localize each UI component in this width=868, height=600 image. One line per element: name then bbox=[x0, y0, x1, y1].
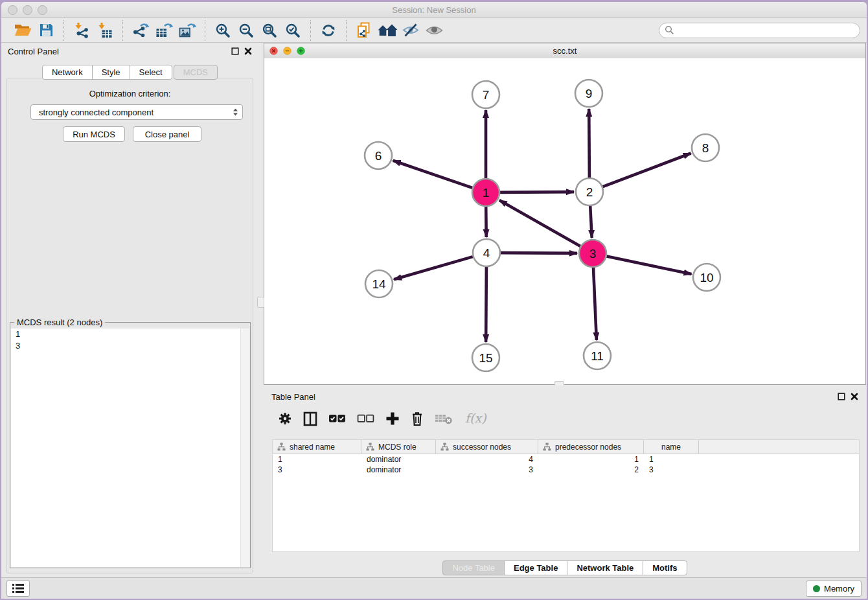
tab-network-table[interactable]: Network Table bbox=[567, 560, 643, 575]
column-header-predecessor-nodes[interactable]: predecessor nodes bbox=[538, 440, 644, 454]
graph-node-9[interactable]: 9 bbox=[575, 80, 602, 107]
table-cell[interactable]: 3 bbox=[644, 465, 699, 474]
split-view-icon bbox=[303, 411, 317, 426]
memory-button[interactable]: Memory bbox=[806, 581, 862, 597]
network-window-titlebar[interactable]: scc.txt bbox=[264, 43, 865, 59]
export-network-button[interactable] bbox=[129, 20, 152, 41]
graph-edge-4-14[interactable] bbox=[394, 257, 473, 279]
graph-edge-2-8[interactable] bbox=[603, 154, 691, 187]
mcds-result-node[interactable]: 3 bbox=[11, 340, 249, 352]
graph-edge-4-3[interactable] bbox=[501, 253, 577, 253]
close-window-button[interactable] bbox=[8, 5, 17, 15]
export-image-button[interactable] bbox=[176, 20, 199, 41]
table-cell[interactable]: 1 bbox=[538, 455, 644, 464]
hide-details-button[interactable] bbox=[399, 20, 422, 41]
zoom-fit-button[interactable] bbox=[258, 20, 281, 41]
table-cell[interactable]: 1 bbox=[644, 455, 699, 464]
graph-edge-3-10[interactable] bbox=[607, 257, 692, 275]
close-panel-button[interactable]: Close panel bbox=[133, 126, 201, 142]
graph-node-8[interactable]: 8 bbox=[692, 134, 719, 161]
graph-node-11[interactable]: 11 bbox=[584, 342, 611, 369]
refresh-view-icon bbox=[321, 23, 336, 38]
clone-network-button[interactable] bbox=[352, 20, 376, 41]
search-input[interactable] bbox=[678, 25, 854, 36]
column-header-successor-nodes[interactable]: successor nodes bbox=[436, 440, 538, 454]
graph-node-3[interactable]: 3 bbox=[579, 240, 606, 267]
column-header-shared-name[interactable]: shared name bbox=[273, 440, 361, 454]
table-cell[interactable]: 4 bbox=[436, 455, 538, 464]
mcds-result-list[interactable]: 13 bbox=[11, 329, 249, 567]
result-scrollbar[interactable] bbox=[240, 329, 249, 567]
run-mcds-button[interactable]: Run MCDS bbox=[63, 126, 125, 142]
network-maximize-icon[interactable] bbox=[297, 47, 305, 55]
table-cell[interactable]: dominator bbox=[361, 465, 436, 474]
zoom-in-button[interactable] bbox=[211, 20, 234, 41]
criterion-dropdown[interactable]: strongly connected component bbox=[30, 104, 243, 120]
table-row[interactable]: 1dominator411 bbox=[273, 454, 859, 465]
graph-edge-3-1[interactable] bbox=[499, 200, 580, 246]
select-all-checkboxes-button[interactable] bbox=[328, 414, 346, 423]
zoom-out-button[interactable] bbox=[234, 20, 258, 41]
table-cell[interactable]: 1 bbox=[273, 455, 361, 464]
tab-motifs[interactable]: Motifs bbox=[643, 560, 687, 575]
graph-node-14[interactable]: 14 bbox=[365, 270, 393, 297]
mcds-result-node[interactable]: 1 bbox=[11, 329, 249, 340]
tab-style[interactable]: Style bbox=[92, 65, 130, 80]
graph-edge-2-3[interactable] bbox=[590, 206, 592, 238]
network-canvas[interactable]: 7968124314101511 bbox=[264, 58, 865, 384]
float-table-panel-icon[interactable] bbox=[838, 393, 845, 400]
column-header-name[interactable]: name bbox=[644, 440, 699, 454]
tab-network[interactable]: Network bbox=[42, 65, 93, 80]
home-icon bbox=[378, 23, 398, 38]
tab-edge-table[interactable]: Edge Table bbox=[504, 560, 567, 575]
float-panel-icon[interactable] bbox=[231, 47, 239, 55]
task-history-button[interactable] bbox=[6, 580, 30, 597]
close-panel-icon[interactable] bbox=[244, 47, 252, 55]
table-cell[interactable]: 3 bbox=[436, 465, 538, 474]
graph-node-2[interactable]: 2 bbox=[576, 178, 603, 205]
maximize-window-button[interactable] bbox=[38, 5, 47, 15]
import-table-button[interactable] bbox=[93, 20, 117, 41]
split-view-button[interactable] bbox=[303, 411, 317, 426]
table-cell[interactable]: dominator bbox=[361, 455, 436, 464]
network-minimize-icon[interactable] bbox=[283, 47, 291, 55]
graph-edge-1-2[interactable] bbox=[500, 192, 574, 192]
gear-icon bbox=[278, 411, 292, 426]
column-header-MCDS-role[interactable]: MCDS role bbox=[361, 440, 436, 454]
table-row[interactable]: 3dominator323 bbox=[273, 465, 859, 475]
save-session-button[interactable] bbox=[34, 20, 58, 41]
zoom-selected-button[interactable] bbox=[281, 20, 304, 41]
graph-edge-1-4[interactable] bbox=[486, 207, 486, 237]
delete-column-button[interactable] bbox=[411, 411, 424, 426]
table-cell[interactable]: 2 bbox=[538, 465, 644, 474]
show-details-button[interactable] bbox=[422, 20, 446, 41]
import-network-button[interactable] bbox=[70, 20, 93, 41]
graph-edge-4-15[interactable] bbox=[486, 267, 486, 342]
graph-edge-2-9[interactable] bbox=[589, 109, 589, 178]
graph-node-15[interactable]: 15 bbox=[472, 344, 499, 371]
tab-node-table[interactable]: Node Table bbox=[442, 560, 505, 575]
tab-select[interactable]: Select bbox=[130, 65, 172, 80]
search-box[interactable] bbox=[659, 23, 860, 38]
clear-checkboxes-button[interactable] bbox=[357, 414, 374, 423]
home-button[interactable] bbox=[376, 20, 399, 41]
graph-node-label: 6 bbox=[375, 149, 382, 163]
graph-node-10[interactable]: 10 bbox=[693, 264, 720, 291]
graph-edge-1-6[interactable] bbox=[393, 161, 473, 188]
export-table-button[interactable] bbox=[152, 20, 176, 41]
graph-node-1[interactable]: 1 bbox=[472, 179, 499, 206]
minimize-window-button[interactable] bbox=[23, 5, 32, 15]
graph-node-7[interactable]: 7 bbox=[472, 81, 499, 108]
add-column-button[interactable] bbox=[385, 411, 400, 426]
refresh-view-button[interactable] bbox=[317, 20, 340, 41]
gear-button[interactable] bbox=[278, 411, 292, 426]
close-table-panel-icon[interactable] bbox=[851, 393, 858, 400]
graph-node-6[interactable]: 6 bbox=[365, 142, 392, 169]
table-cell[interactable]: 3 bbox=[273, 465, 361, 474]
graph-node-4[interactable]: 4 bbox=[473, 239, 500, 266]
splitter-grip-vertical[interactable] bbox=[257, 297, 264, 308]
tab-mcds[interactable]: MCDS bbox=[174, 65, 218, 80]
network-close-icon[interactable] bbox=[269, 47, 278, 55]
graph-edge-3-11[interactable] bbox=[593, 268, 597, 340]
open-session-button[interactable] bbox=[11, 20, 34, 41]
